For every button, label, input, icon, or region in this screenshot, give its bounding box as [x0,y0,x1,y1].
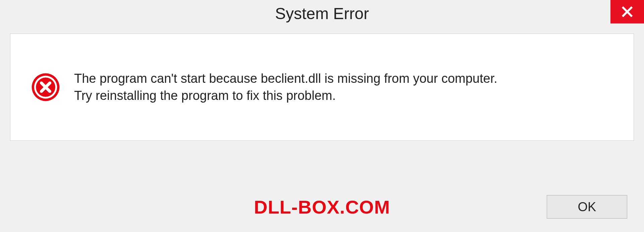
error-message-line2: Try reinstalling the program to fix this… [74,87,497,104]
error-message: The program can't start because beclient… [74,70,497,105]
close-button[interactable] [610,0,644,23]
error-message-line1: The program can't start because beclient… [74,70,497,87]
close-icon [621,6,633,18]
watermark-text: DLL-BOX.COM [254,196,390,218]
message-panel: The program can't start because beclient… [10,34,634,141]
dialog-footer: DLL-BOX.COM OK [0,195,644,219]
dialog-title: System Error [275,4,369,23]
titlebar: System Error [0,0,644,27]
system-error-dialog: System Error The program can't start bec… [0,0,644,232]
error-icon [31,72,61,102]
ok-button[interactable]: OK [547,195,627,219]
